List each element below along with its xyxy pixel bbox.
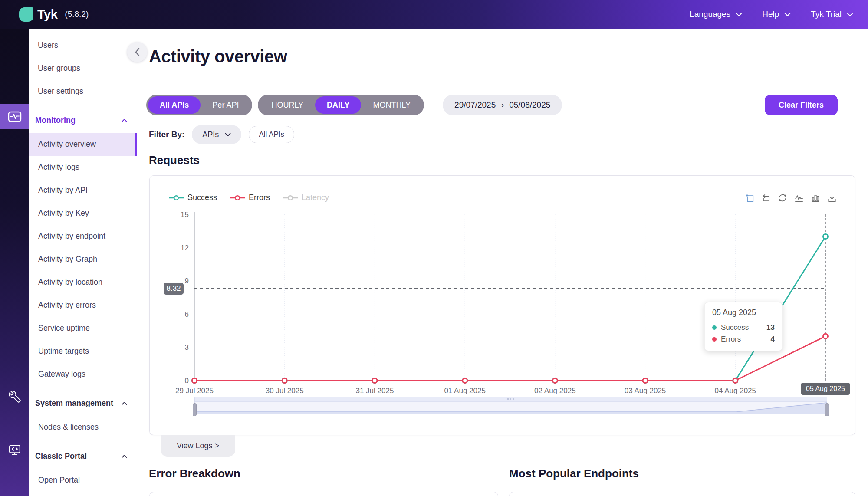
sidebar-item-label: Uptime targets <box>38 347 89 356</box>
toggle-option-daily[interactable]: DAILY <box>315 96 361 114</box>
datazoom-right-handle[interactable] <box>825 403 829 416</box>
svg-text:30 Jul 2025: 30 Jul 2025 <box>266 387 304 395</box>
sidebar-item-uptime-targets[interactable]: Uptime targets <box>29 340 137 363</box>
sidebar-item-label: Activity by Key <box>38 209 89 218</box>
rail-portal-button[interactable] <box>0 443 29 457</box>
sidebar-item-user-groups[interactable]: User groups <box>29 57 137 80</box>
date-range-picker[interactable]: 29/07/2025 › 05/08/2025 <box>443 95 562 115</box>
sidebar-divider <box>29 105 137 105</box>
toggle-option-per-api[interactable]: Per API <box>201 96 250 114</box>
topbar: Tyk (5.8.2) Languages Help Tyk Trial <box>0 0 868 29</box>
sidebar-collapse-button[interactable] <box>127 42 147 62</box>
sidebar-nav: UsersUser groupsUser settingsMonitoringA… <box>29 29 137 496</box>
tyk-logo-icon <box>19 7 33 22</box>
sidebar-item-classic-portal[interactable]: Classic Portal <box>29 443 137 469</box>
help-menu-label: Help <box>762 10 779 19</box>
sidebar-item-system-management[interactable]: System management <box>29 391 137 416</box>
sidebar-item-nodes-licenses[interactable]: Nodes & licenses <box>29 416 137 439</box>
sidebar-item-label: Activity by API <box>38 186 88 195</box>
datazoom-slider[interactable] <box>194 397 827 414</box>
sidebar-item-activity-overview[interactable]: Activity overview <box>29 133 137 156</box>
version-label: (5.8.2) <box>65 10 89 19</box>
tooltip-row-success: Success13 <box>712 322 775 333</box>
icon-rail <box>0 29 29 496</box>
sidebar-item-activity-by-api[interactable]: Activity by API <box>29 179 137 202</box>
date-from: 29/07/2025 <box>454 100 496 110</box>
toggle-option-monthly[interactable]: MONTHLY <box>361 96 422 114</box>
sidebar-item-label: Users <box>38 41 58 50</box>
tooltip-series-dot <box>712 337 717 342</box>
clear-filters-button[interactable]: Clear Filters <box>765 95 838 115</box>
chart-tooltip: 05 Aug 2025 Success13Errors4 <box>704 302 783 351</box>
rail-system-button[interactable] <box>0 391 29 403</box>
languages-menu[interactable]: Languages <box>690 10 742 19</box>
sidebar-item-label: Activity logs <box>38 163 79 172</box>
sidebar-item-activity-by-endpoint[interactable]: Activity by endpoint <box>29 225 137 248</box>
tooltip-series-value: 4 <box>771 335 775 344</box>
sidebar-item-label: Nodes & licenses <box>38 423 99 432</box>
sidebar-item-label: Open Portal <box>38 476 80 485</box>
svg-text:29 Jul 2025: 29 Jul 2025 <box>175 387 214 395</box>
tooltip-series-dot <box>712 325 717 330</box>
datazoom-left-handle[interactable] <box>193 403 197 416</box>
sidebar-item-users[interactable]: Users <box>29 34 137 57</box>
chevron-down-icon <box>847 13 853 16</box>
tooltip-row-errors: Errors4 <box>712 333 775 345</box>
help-menu[interactable]: Help <box>762 10 791 19</box>
filter-by-label: Filter By: <box>149 130 184 139</box>
tooltip-rows: Success13Errors4 <box>712 322 775 345</box>
filter-controls-row: All APIsPer API HOURLYDAILYMONTHLY 29/07… <box>146 95 562 115</box>
period-toggle: HOURLYDAILYMONTHLY <box>258 95 424 115</box>
toggle-option-hourly[interactable]: HOURLY <box>260 96 315 114</box>
chevron-down-icon <box>784 13 791 16</box>
sidebar-divider <box>29 388 137 388</box>
account-menu[interactable]: Tyk Trial <box>811 10 853 19</box>
sidebar-item-activity-by-errors[interactable]: Activity by errors <box>29 294 137 317</box>
sidebar-item-label: User groups <box>38 64 80 73</box>
svg-text:03 Aug 2025: 03 Aug 2025 <box>625 387 666 395</box>
tooltip-series-value: 13 <box>766 323 775 332</box>
chevron-up-icon <box>122 401 127 405</box>
sidebar-item-label: Classic Portal <box>35 452 87 461</box>
sidebar-item-label: Activity overview <box>38 140 96 149</box>
api-scope-toggle: All APIsPer API <box>146 95 252 115</box>
filter-selected-value[interactable]: All APIs <box>249 126 294 143</box>
sidebar-item-activity-by-location[interactable]: Activity by location <box>29 271 137 294</box>
toggle-option-all-apis[interactable]: All APIs <box>148 96 201 114</box>
tyk-logo-text: Tyk <box>37 7 57 22</box>
chevron-up-icon <box>122 118 127 122</box>
sidebar-item-label: Activity by endpoint <box>38 232 105 241</box>
sidebar-item-label: Gateway logs <box>38 370 85 379</box>
sidebar-item-label: User settings <box>38 87 83 96</box>
sidebar-item-label: Monitoring <box>35 116 76 125</box>
sidebar-item-activity-logs[interactable]: Activity logs <box>29 156 137 179</box>
sidebar-item-service-uptime[interactable]: Service uptime <box>29 317 137 340</box>
tooltip-title: 05 Aug 2025 <box>712 308 775 317</box>
svg-text:02 Aug 2025: 02 Aug 2025 <box>534 387 575 395</box>
sidebar-item-gateway-logs[interactable]: Gateway logs <box>29 363 137 386</box>
svg-text:31 Jul 2025: 31 Jul 2025 <box>355 387 394 395</box>
tyk-logo[interactable]: Tyk (5.8.2) <box>19 7 89 22</box>
tooltip-series-name: Errors <box>721 335 771 344</box>
header-divider <box>137 84 868 84</box>
sidebar-item-monitoring[interactable]: Monitoring <box>29 108 137 133</box>
sidebar-item-label: Service uptime <box>38 324 90 333</box>
filter-type-value: APIs <box>202 130 219 139</box>
sidebar-item-open-portal[interactable]: Open Portal <box>29 469 137 492</box>
rail-monitoring-button[interactable] <box>0 104 29 129</box>
sidebar-item-activity-by-graph[interactable]: Activity by Graph <box>29 248 137 271</box>
view-logs-button[interactable]: View Logs > <box>161 435 235 457</box>
requests-chart-card: SuccessErrorsLatency <box>149 175 855 435</box>
datazoom-top-strip <box>195 397 827 402</box>
datazoom-track <box>195 402 827 414</box>
sidebar-item-label: Activity by location <box>38 278 102 287</box>
date-range-arrow-icon: › <box>501 99 504 110</box>
sidebar-item-user-settings[interactable]: User settings <box>29 80 137 103</box>
datazoom-grip-handle[interactable] <box>507 398 514 400</box>
chevron-left-icon <box>134 47 141 57</box>
filter-type-dropdown[interactable]: APIs <box>192 125 241 144</box>
sidebar-item-label: Activity by Graph <box>38 255 97 264</box>
svg-text:9: 9 <box>185 277 189 285</box>
axis-pointer-badge: 05 Aug 2025 <box>801 383 850 395</box>
sidebar-item-activity-by-key[interactable]: Activity by Key <box>29 202 137 225</box>
